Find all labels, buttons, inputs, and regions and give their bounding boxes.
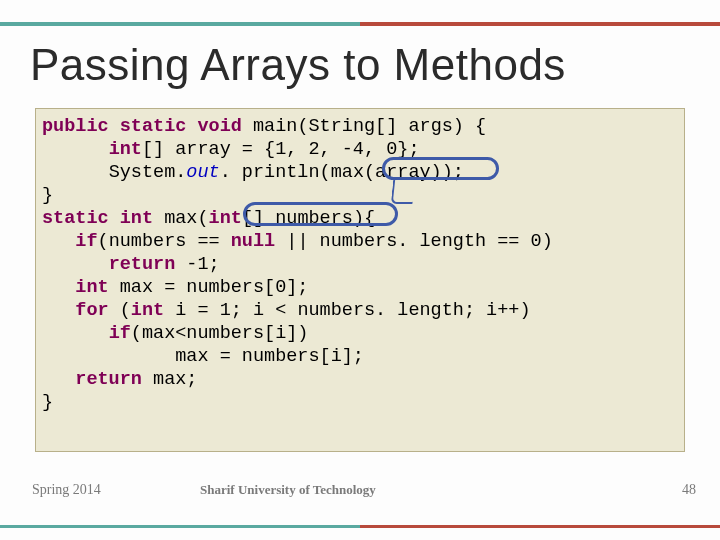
kw: int — [109, 139, 142, 160]
code-text: i = 1; i < numbers. length; i++) — [164, 300, 530, 321]
code-text: } — [42, 185, 53, 206]
footer-page-number: 48 — [682, 482, 696, 498]
slide-title: Passing Arrays to Methods — [30, 40, 566, 90]
code-text: . println( — [220, 162, 331, 183]
kw: if — [109, 323, 131, 344]
kw: int — [209, 208, 242, 229]
code-text: main(String[] args) { — [253, 116, 486, 137]
code-text: ( — [109, 300, 131, 321]
kw: void — [197, 116, 241, 137]
top-accent-bar — [0, 22, 720, 26]
code-text: max; — [142, 369, 198, 390]
code-text: } — [42, 392, 53, 413]
code-text: ); — [442, 162, 464, 183]
accent-teal — [0, 525, 360, 528]
code-block: public static void main(String[] args) {… — [35, 108, 685, 452]
slide: Passing Arrays to Methods public static … — [0, 0, 720, 540]
kw: if — [75, 231, 97, 252]
accent-red — [360, 22, 720, 26]
static-field: out — [186, 162, 219, 183]
kw: return — [75, 369, 142, 390]
code-text: max = numbers[i]; — [175, 346, 364, 367]
kw: null — [231, 231, 275, 252]
code-text: (numbers == — [98, 231, 231, 252]
code-text: -1; — [175, 254, 219, 275]
kw: for — [75, 300, 108, 321]
code-text: (max<numbers[i]) — [131, 323, 309, 344]
footer-university: Sharif University of Technology — [200, 482, 376, 498]
footer: Spring 2014 Sharif University of Technol… — [0, 490, 720, 520]
code-text: [] array = {1, 2, -4, 0}; — [142, 139, 420, 160]
kw: static — [120, 116, 187, 137]
code-text: ){ — [353, 208, 375, 229]
kw: int — [75, 277, 108, 298]
footer-accent-bar — [0, 525, 720, 528]
code-text: || numbers. length == 0) — [275, 231, 553, 252]
code-text: max( — [164, 208, 208, 229]
kw: static — [42, 208, 109, 229]
kw: return — [109, 254, 176, 275]
kw: int — [131, 300, 164, 321]
code-text: [] numbers — [242, 208, 353, 229]
code-call: max(array) — [331, 162, 442, 183]
kw: int — [120, 208, 153, 229]
footer-term: Spring 2014 — [32, 482, 101, 498]
code-text: System. — [109, 162, 187, 183]
code-text: max = numbers[0]; — [109, 277, 309, 298]
kw: public — [42, 116, 109, 137]
accent-red — [360, 525, 720, 528]
accent-teal — [0, 22, 360, 26]
